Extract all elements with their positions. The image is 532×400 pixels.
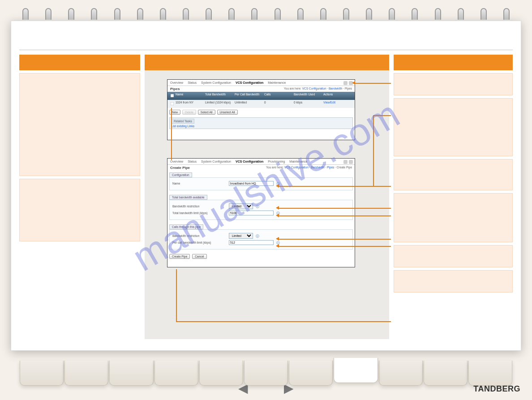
per-call-limit-label: Per call bandwidth limit (kbps) bbox=[172, 241, 226, 244]
connector-line bbox=[279, 239, 391, 240]
related-tasks-label: Related Tasks bbox=[172, 119, 194, 124]
col-bw-used: Bandwidth Used bbox=[294, 93, 323, 99]
section-tab[interactable] bbox=[379, 361, 423, 386]
binding-ring bbox=[183, 8, 189, 20]
arrow-left-icon bbox=[276, 214, 279, 217]
binding-ring bbox=[343, 8, 349, 20]
create-pipe-button[interactable]: Create Pipe bbox=[169, 254, 190, 259]
connector-line bbox=[176, 269, 177, 322]
cancel-button[interactable]: Cancel bbox=[192, 254, 206, 259]
view-edit-link[interactable]: View/Edit bbox=[323, 101, 353, 107]
binding-ring bbox=[412, 8, 418, 20]
connector-line bbox=[279, 246, 391, 247]
connector-line bbox=[279, 215, 391, 216]
left-info-box-1 bbox=[19, 73, 140, 176]
cell-total-bw: Limited (1024 kbps) bbox=[205, 101, 235, 107]
col-calls: Calls bbox=[264, 93, 294, 99]
name-label: Name bbox=[172, 182, 226, 185]
right-info-box bbox=[394, 98, 513, 156]
tab2-status[interactable]: Status bbox=[188, 160, 197, 163]
section-tab[interactable] bbox=[199, 361, 243, 386]
select-all-checkbox[interactable] bbox=[171, 94, 174, 98]
bw-restriction-select[interactable]: Limited bbox=[229, 203, 253, 209]
tab2-sysconfig[interactable]: System Configuration bbox=[201, 160, 231, 163]
section-tab[interactable] bbox=[154, 361, 198, 386]
header-hairline bbox=[19, 50, 513, 50]
create-pipe-title: Create Pipe bbox=[170, 166, 190, 170]
cell-percall-bw: Unlimited bbox=[235, 101, 264, 107]
breadcrumb-2: You are here: VCS Configuration · Bandwi… bbox=[266, 166, 352, 170]
binding-ring bbox=[320, 8, 326, 20]
section-tab[interactable] bbox=[64, 361, 108, 386]
binding-ring bbox=[228, 8, 235, 20]
table-row: 1024 from NY Limited (1024 kbps) Unlimit… bbox=[167, 100, 355, 108]
binding-ring bbox=[251, 8, 257, 20]
col-actions: Actions bbox=[323, 93, 353, 99]
configuration-group: Name i bbox=[169, 177, 353, 190]
right-header-bar bbox=[394, 55, 513, 70]
binding-ring bbox=[275, 8, 281, 20]
tab-overview[interactable]: Overview bbox=[170, 81, 183, 84]
tab-sysconfig[interactable]: System Configuration bbox=[201, 81, 231, 84]
select-all-button[interactable]: Select All bbox=[198, 110, 215, 115]
right-info-box bbox=[394, 73, 513, 95]
section-tab[interactable] bbox=[468, 361, 512, 386]
help-icon-2[interactable] bbox=[343, 160, 348, 164]
binding-ring bbox=[503, 8, 510, 20]
left-header-bar bbox=[19, 55, 140, 70]
binding-ring bbox=[206, 8, 212, 20]
cell-calls: 0 bbox=[264, 101, 294, 107]
help-icon[interactable] bbox=[343, 81, 348, 85]
list-existing-links[interactable]: List existing Links bbox=[172, 125, 194, 128]
col-name: Name bbox=[176, 93, 205, 99]
pipes-window: Overview Status System Configuration VCS… bbox=[167, 79, 355, 140]
create-pipe-title-row: Create Pipe You are here: VCS Configurat… bbox=[167, 165, 355, 171]
unselect-all-button[interactable]: Unselect All bbox=[217, 110, 238, 115]
section-tab[interactable] bbox=[334, 358, 378, 383]
arrow-left-icon bbox=[352, 81, 355, 85]
tab-vcsconfig[interactable]: VCS Configuration bbox=[236, 81, 263, 84]
binding-ring bbox=[458, 8, 464, 20]
right-info-box bbox=[394, 245, 513, 267]
tab2-overview[interactable]: Overview bbox=[170, 160, 183, 163]
app-tabs-2: Overview Status System Configuration VCS… bbox=[167, 159, 355, 165]
tab2-vcsconfig[interactable]: VCS Configuration bbox=[236, 160, 263, 163]
right-info-box bbox=[394, 270, 513, 292]
right-info-box bbox=[394, 193, 513, 242]
section-tab[interactable] bbox=[109, 361, 153, 386]
arrow-left-icon bbox=[276, 206, 279, 210]
total-bw-limit-input[interactable] bbox=[229, 211, 274, 215]
binding-ring bbox=[114, 8, 120, 20]
tab-status[interactable]: Status bbox=[188, 81, 197, 84]
total-bw-tab: Total bandwidth available bbox=[169, 195, 207, 200]
section-tab[interactable] bbox=[289, 361, 333, 386]
row-checkbox[interactable] bbox=[171, 102, 174, 106]
tab2-provisioning[interactable]: Provisioning bbox=[268, 160, 285, 163]
screenshot-area: Overview Status System Configuration VCS… bbox=[145, 70, 389, 339]
pipes-table-header: Name Total Bandwidth Per Call Bandwidth … bbox=[167, 92, 355, 100]
per-call-limit-input[interactable] bbox=[229, 240, 274, 245]
info-icon[interactable]: i bbox=[256, 234, 259, 238]
left-info-box-2 bbox=[19, 179, 140, 241]
calls-restriction-select[interactable]: Limited bbox=[229, 233, 253, 239]
section-tab[interactable] bbox=[424, 361, 468, 386]
app-tabs-1: Overview Status System Configuration VCS… bbox=[167, 80, 355, 86]
cell-bw-used: 0 kbps bbox=[294, 101, 323, 107]
related-tasks-box: Related Tasks List existing Links bbox=[169, 117, 353, 129]
brand-logo: TANDBERG bbox=[473, 384, 520, 394]
name-input[interactable] bbox=[229, 181, 274, 186]
cell-name: 1024 from NY bbox=[176, 101, 205, 107]
info-icon[interactable]: i bbox=[256, 205, 259, 208]
col-total-bw: Total Bandwidth bbox=[205, 93, 235, 99]
right-info-box bbox=[394, 159, 513, 190]
binding-ring bbox=[22, 8, 29, 20]
section-tab[interactable] bbox=[244, 361, 288, 386]
tab-maintenance[interactable]: Maintenance bbox=[268, 81, 286, 84]
arrow-left-icon bbox=[276, 244, 279, 248]
section-tab[interactable] bbox=[20, 361, 64, 386]
form-buttons: Create Pipe Cancel bbox=[167, 252, 355, 261]
tab2-maintenance[interactable]: Maintenance bbox=[289, 160, 307, 163]
connector-line bbox=[176, 321, 391, 322]
logout-icon-2[interactable] bbox=[349, 160, 353, 164]
delete-button[interactable]: Delete bbox=[182, 110, 196, 115]
